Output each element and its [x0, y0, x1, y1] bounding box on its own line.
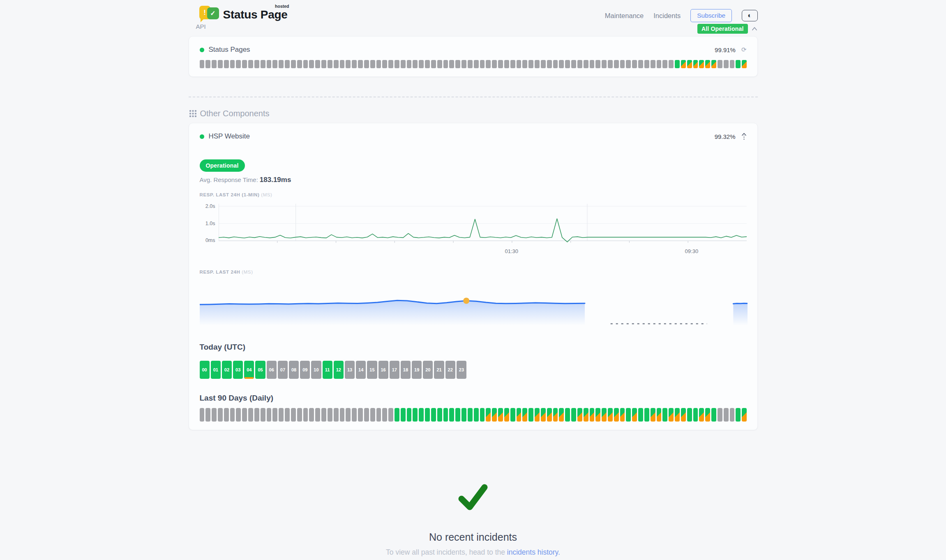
uptime-bar: [376, 60, 381, 68]
uptime-bar: [522, 408, 527, 422]
theme-icon: ◐: [748, 12, 752, 19]
response-day-chart: [200, 277, 748, 334]
status-dot-icon: [200, 134, 204, 139]
uptime-bar: [584, 60, 588, 68]
uptime-bar: [279, 60, 284, 68]
hour-cell: 02: [222, 361, 232, 379]
uptime-bar: [461, 408, 466, 422]
hour-cell: 12: [334, 361, 344, 379]
incidents-history-link[interactable]: incidents history: [507, 548, 558, 556]
uptime-bar: [358, 408, 363, 422]
chart2-label: RESP. LAST 24H (MS): [200, 270, 747, 274]
uptime-bar: [547, 60, 552, 68]
header-nav: Maintenance Incidents Subscribe ◐: [605, 9, 758, 22]
uptime-percent: 99.32%: [715, 133, 736, 140]
hour-cell: 10: [311, 361, 321, 379]
uptime-bar: [200, 60, 205, 68]
uptime-bar: [267, 408, 272, 422]
overall-status-row: All Operational: [697, 24, 758, 34]
uptime-bar: [443, 60, 448, 68]
component-name: HSP Website: [200, 132, 250, 141]
uptime-bar: [480, 408, 485, 422]
uptime-bar: [699, 408, 704, 422]
response-minute-chart: 2.0s 1.0s 0ms: [200, 202, 747, 247]
degraded-marker: [245, 377, 254, 379]
nav-maintenance[interactable]: Maintenance: [605, 12, 644, 20]
uptime-bar: [651, 408, 655, 422]
chart1-y-axis: 2.0s 1.0s 0ms: [200, 202, 219, 245]
uptime-bar: [724, 60, 729, 68]
uptime-bar: [230, 60, 235, 68]
uptime-bar: [651, 60, 655, 68]
uptime-bar: [584, 408, 588, 422]
chevron-up-icon[interactable]: [751, 26, 758, 31]
hour-cell: 05: [255, 361, 265, 379]
uptime-bar: [340, 60, 345, 68]
subscribe-button[interactable]: Subscribe: [690, 9, 732, 22]
uptime-bar: [632, 60, 637, 68]
theme-toggle-button[interactable]: ◐: [742, 10, 757, 21]
status-dot-icon: [200, 48, 204, 52]
hour-cell: 17: [390, 361, 399, 379]
uptime-bar: [358, 60, 363, 68]
uptime-bar: [461, 60, 466, 68]
uptime-bar: [705, 60, 710, 68]
section-divider: [189, 97, 758, 97]
refresh-icon[interactable]: ⟳: [741, 46, 747, 53]
incidents-history-link-period[interactable]: .: [558, 548, 560, 556]
uptime-bar: [541, 408, 546, 422]
uptime-bar: [254, 408, 259, 422]
component-name: Status Pages: [200, 46, 250, 54]
overall-status-badge: All Operational: [697, 24, 748, 34]
uptime-bar: [315, 60, 320, 68]
uptime-bar: [711, 60, 716, 68]
uptime-bar: [486, 408, 491, 422]
uptime-bar: [669, 408, 674, 422]
hour-cell: 18: [401, 361, 411, 379]
brand-superscript: hosted: [275, 4, 289, 9]
uptime-bar: [309, 60, 314, 68]
uptime-bar: [577, 408, 582, 422]
logo-check-icon: ✓: [207, 7, 219, 19]
uptime-bar: [468, 408, 473, 422]
uptime-bar: [510, 60, 515, 68]
hour-cell: 03: [233, 361, 243, 379]
uptime-bar: [449, 408, 454, 422]
uptime-bar: [200, 408, 205, 422]
uptime-bar: [474, 60, 479, 68]
uptime-bar: [413, 60, 418, 68]
uptime-bar: [364, 60, 369, 68]
uptime-bar: [315, 408, 320, 422]
brand-logo: ! ✓ Status Page hosted: [199, 5, 288, 25]
last90-heading: Last 90 Days (Daily): [200, 394, 747, 403]
uptime-bar: [492, 408, 497, 422]
uptime-bar: [431, 408, 436, 422]
uptime-bar: [236, 60, 241, 68]
uptime-bar: [736, 60, 741, 68]
component-card-status-pages: Status Pages 99.91% ⟳: [189, 36, 758, 77]
uptime-bar: [724, 408, 729, 422]
uptime-bar: [455, 60, 460, 68]
uptime-bar: [285, 408, 290, 422]
uptime-bar: [261, 60, 265, 68]
uptime-bar: [230, 408, 235, 422]
brand-name: Status Page hosted: [223, 8, 288, 21]
uptime-bar: [626, 408, 631, 422]
uptime-bar: [248, 60, 253, 68]
uptime-bar: [413, 408, 418, 422]
component-card-hsp-website: HSP Website 99.32% Operational Avg. Resp…: [189, 123, 758, 430]
hour-cell: 06: [267, 361, 277, 379]
hour-cell: 04: [244, 361, 254, 379]
uptime-bar: [443, 408, 448, 422]
section-title-api: API: [196, 23, 206, 30]
nav-incidents[interactable]: Incidents: [653, 12, 681, 20]
uptime-bar: [455, 408, 460, 422]
collapse-arrow-icon[interactable]: [741, 133, 747, 141]
section-title-other-components: Other Components: [189, 108, 758, 119]
uptime-percent: 99.91%: [715, 46, 736, 53]
uptime-bar: [364, 408, 369, 422]
incidents-section: No recent incidents To view all past inc…: [189, 484, 758, 557]
uptime-bar: [419, 60, 424, 68]
today-heading: Today (UTC): [200, 343, 747, 352]
uptime-bar: [528, 408, 533, 422]
